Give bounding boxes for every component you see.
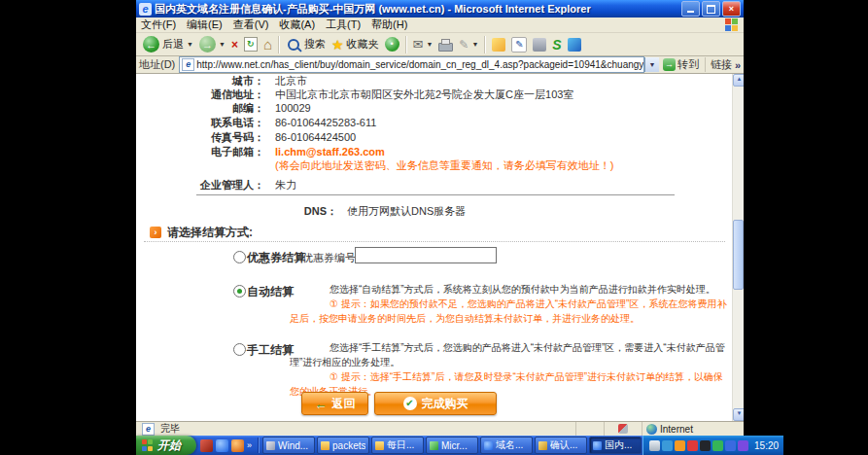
- page-content: 城市： 北京市 通信地址： 中国北京市北京市朝阳区安外北苑2号院企发大厦C座一层…: [136, 74, 744, 421]
- auto-option-label: 自动结算: [247, 284, 294, 300]
- task-button[interactable]: Wind...: [262, 437, 315, 454]
- scroll-up-button[interactable]: [733, 74, 744, 87]
- go-label: 转到: [677, 57, 699, 72]
- stop-button[interactable]: [228, 37, 241, 52]
- menu-tools[interactable]: 工具(T): [326, 18, 361, 32]
- menu-favorites[interactable]: 收藏(A): [279, 18, 315, 32]
- task-button[interactable]: 域名...: [480, 437, 533, 454]
- search-button[interactable]: 搜索: [283, 36, 329, 53]
- minimize-icon: [687, 11, 694, 13]
- address-combo[interactable]: http://www.net.cn/has_client/buy/domain_…: [179, 56, 644, 73]
- ie-logo-icon: [139, 3, 152, 16]
- task-app-icon: [266, 441, 275, 450]
- field-fax: 传真号码： 86-01064424500: [136, 131, 733, 145]
- field-value: li.chm@staff.263.com: [275, 146, 729, 158]
- windows-logo-icon: [725, 18, 739, 32]
- task-button[interactable]: packets: [317, 437, 369, 454]
- forward-dropdown-icon[interactable]: [219, 41, 226, 48]
- scroll-down-button[interactable]: [733, 408, 744, 421]
- email-note: (将会向此地址发送密码、业务信息等重要通知，请务必填写有效地址！): [136, 159, 733, 173]
- task-label: 每日...: [387, 438, 414, 452]
- task-app-icon: [538, 441, 547, 450]
- calculator-button[interactable]: [530, 37, 549, 52]
- return-button[interactable]: 返回: [301, 392, 368, 415]
- window-title: 国内英文域名注册信息确认-产品购买-中国万网 (www.net.cn) - Mi…: [155, 2, 679, 17]
- menu-file[interactable]: 文件(F): [141, 18, 176, 32]
- messenger-icon: [492, 38, 505, 52]
- forward-icon: [199, 36, 216, 52]
- edit-dropdown-icon[interactable]: [471, 41, 478, 48]
- field-value: 86-01064425283-611: [275, 117, 729, 129]
- complete-purchase-button[interactable]: 完成购买: [374, 392, 497, 415]
- restore-icon: [707, 5, 715, 14]
- check-icon: [403, 397, 417, 410]
- quicklaunch-icon[interactable]: [231, 439, 244, 452]
- title-bar[interactable]: 国内英文域名注册信息确认-产品购买-中国万网 (www.net.cn) - Mi…: [136, 0, 744, 18]
- url-text[interactable]: http://www.net.cn/has_client/buy/domain_…: [196, 59, 643, 70]
- tray-icon[interactable]: [675, 440, 685, 451]
- stop-icon: [231, 38, 238, 52]
- home-button[interactable]: [260, 36, 275, 52]
- quicklaunch-icon[interactable]: [200, 439, 213, 452]
- search-icon: [288, 39, 299, 51]
- task-button[interactable]: 每日...: [371, 437, 424, 454]
- toolbar-separator: [484, 36, 486, 53]
- scrollbar-thumb[interactable]: [733, 220, 744, 290]
- quicklaunch-ie-icon[interactable]: [216, 439, 228, 452]
- menu-view[interactable]: 查看(V): [233, 18, 269, 32]
- search-label: 搜索: [304, 37, 326, 52]
- tray-icon[interactable]: [687, 440, 698, 451]
- quicklaunch-overflow-icon[interactable]: [247, 440, 252, 450]
- back-button[interactable]: 后退: [140, 35, 196, 53]
- tray-icon[interactable]: [712, 440, 723, 451]
- mail-button[interactable]: [410, 36, 436, 52]
- minimize-button[interactable]: [681, 1, 700, 17]
- start-label: 开始: [157, 438, 181, 454]
- forward-button[interactable]: [196, 35, 228, 53]
- close-button[interactable]: [722, 1, 741, 17]
- tray-icon[interactable]: [700, 440, 711, 451]
- pencil-icon: [511, 37, 527, 52]
- task-label: 国内...: [605, 438, 632, 452]
- payment-section-header: 请选择结算方式:: [150, 226, 253, 239]
- refresh-button[interactable]: [241, 36, 260, 52]
- mail-dropdown-icon[interactable]: [426, 41, 433, 48]
- plugin-button[interactable]: [549, 36, 564, 53]
- coupon-code-input[interactable]: [355, 247, 497, 263]
- back-dropdown-icon[interactable]: [187, 41, 193, 48]
- menu-edit[interactable]: 编辑(E): [187, 18, 223, 32]
- tray-icon[interactable]: [662, 440, 673, 451]
- folder-icon: [375, 441, 384, 450]
- go-button[interactable]: 转到: [663, 57, 699, 72]
- coupon-radio[interactable]: [233, 251, 246, 263]
- manual-settle-radio[interactable]: [233, 343, 246, 356]
- auto-settle-radio[interactable]: [233, 285, 246, 298]
- links-button[interactable]: 链接: [705, 57, 741, 72]
- ie-task-icon: [593, 441, 602, 450]
- favorites-button[interactable]: 收藏夹: [329, 36, 382, 53]
- task-app-icon: [430, 441, 438, 450]
- separator-line: [196, 194, 675, 195]
- start-button[interactable]: 开始: [136, 436, 196, 455]
- notes-button[interactable]: [508, 36, 530, 53]
- edit-button[interactable]: [456, 37, 481, 52]
- vertical-scrollbar[interactable]: [732, 74, 744, 421]
- status-zone-pane: Internet: [642, 422, 744, 436]
- printer-tray-icon[interactable]: [649, 440, 660, 451]
- field-label: 城市：: [136, 75, 264, 88]
- tray-icon[interactable]: [738, 440, 748, 451]
- menu-help[interactable]: 帮助(H): [371, 18, 407, 32]
- tray-icon[interactable]: [725, 440, 736, 451]
- address-bar: 地址(D) http://www.net.cn/has_client/buy/d…: [136, 56, 744, 74]
- task-button[interactable]: 国内...: [589, 437, 642, 454]
- status-indicator-icon: [618, 424, 628, 434]
- address-dropdown-button[interactable]: [644, 57, 659, 72]
- messenger-button[interactable]: [489, 37, 508, 52]
- task-button[interactable]: 确认...: [535, 437, 587, 454]
- history-button[interactable]: [382, 36, 402, 52]
- print-button[interactable]: [435, 37, 456, 52]
- task-button[interactable]: Micr...: [426, 437, 478, 454]
- clock[interactable]: 15:20: [754, 440, 779, 451]
- restore-button[interactable]: [702, 1, 720, 17]
- im-button[interactable]: [565, 37, 584, 52]
